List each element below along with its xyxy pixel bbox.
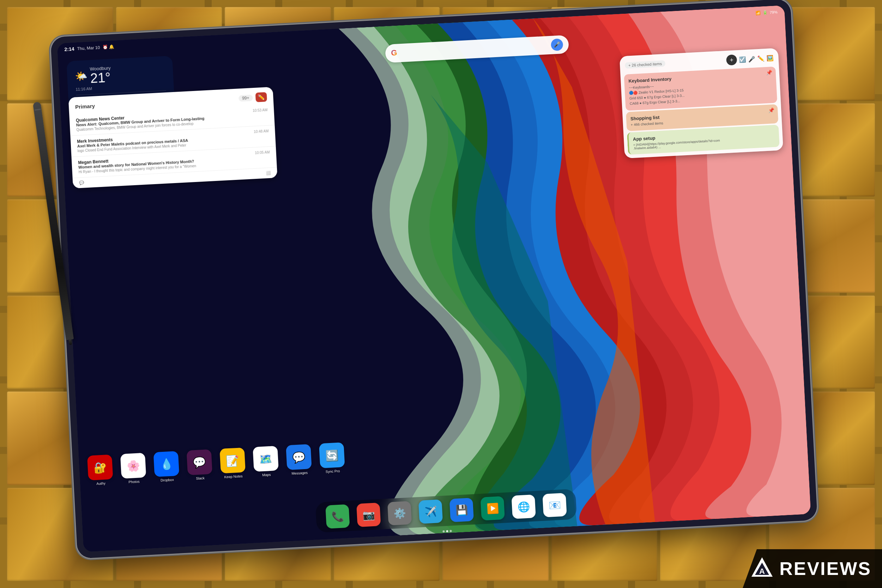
watermark-logo-triangle: A — [750, 555, 774, 582]
search-input[interactable] — [404, 45, 547, 52]
app-authy[interactable]: 🔐 Authy — [87, 454, 113, 486]
notes-add-button[interactable]: + — [726, 54, 737, 66]
notes-checkbox-icon[interactable]: ☑️ — [739, 56, 746, 63]
notes-draw-icon[interactable]: ✏️ — [757, 55, 765, 62]
slack-icon: 💬 — [187, 449, 213, 476]
app-play-store[interactable]: ▶️ — [480, 496, 505, 520]
authy-icon: 🔐 — [87, 454, 113, 480]
app-messages[interactable]: 💬 Messages — [286, 444, 312, 476]
battery-icon: 🔋 — [762, 10, 768, 15]
chrome-icon: 🌐 — [512, 495, 536, 519]
telegram-icon: ✈️ — [418, 500, 443, 524]
slack-label: Slack — [196, 476, 205, 480]
weather-temperature: 21° — [90, 70, 111, 85]
app-photos[interactable]: 🌸 Photos — [120, 453, 146, 484]
dropbox-icon: 💧 — [153, 451, 180, 477]
sync-pro-label: Sync Pro — [326, 469, 340, 474]
app-drive[interactable]: 💾 — [450, 498, 474, 522]
app-maps[interactable]: 🗺️ Maps — [253, 446, 279, 478]
email-badge: 99+ — [238, 94, 253, 102]
search-mic-button[interactable]: 🎤 — [551, 39, 563, 51]
app-keep-notes[interactable]: 📝 Keep Notes — [219, 448, 246, 479]
app-telegram[interactable]: ✈️ — [418, 500, 443, 524]
dropbox-label: Dropbox — [160, 478, 174, 482]
email-widget-label: Primary — [75, 103, 95, 110]
email-footer-icon: 💬 — [79, 181, 84, 186]
camera-icon: 📷 — [356, 502, 381, 527]
note-pin-keyboard: 📌 — [766, 69, 772, 75]
email-time-2: 10:48 AM — [254, 129, 269, 134]
settings-icon: ⚙️ — [387, 501, 412, 525]
status-left: 2:14 Thu, Mar 10 ⏰ 🔔 — [64, 44, 114, 52]
status-time: 2:14 — [64, 46, 75, 52]
messages-icon: 💬 — [286, 444, 312, 470]
app-slack[interactable]: 💬 Slack — [187, 449, 213, 481]
app-settings[interactable]: ⚙️ — [387, 501, 412, 525]
battery-level: 79% — [770, 10, 778, 15]
maps-label: Maps — [262, 472, 271, 477]
svg-text:A: A — [759, 567, 765, 576]
email-footer-action: ⬜ — [266, 171, 271, 176]
wifi-icon: 📶 — [755, 10, 760, 15]
note-card-keyboard[interactable]: 📌 Keyboard Inventory ~~Keyboards~~🔵🔴 Zea… — [624, 67, 777, 111]
tablet-body: 2:14 Thu, Mar 10 ⏰ 🔔 📶 🔋 79% G 🎤 — [51, 0, 818, 559]
maps-icon: 🗺️ — [253, 446, 279, 472]
photos-icon: 🌸 — [120, 453, 146, 479]
alarm-icon: ⏰ — [103, 45, 108, 50]
status-right: 📶 🔋 79% — [755, 10, 778, 15]
weather-cloud-icon: 🌤️ — [75, 70, 88, 82]
app-phone[interactable]: 📞 — [325, 504, 350, 529]
email-widget[interactable]: Primary 99+ ✏️ Qualcomm News Center 10:5… — [69, 87, 278, 188]
watermark-svg: A — [750, 555, 774, 580]
notes-checked-count: + 26 checked items — [625, 60, 666, 69]
google-logo: G — [391, 48, 401, 58]
drive-icon: 💾 — [450, 498, 474, 522]
notes-image-icon[interactable]: 🖼️ — [766, 54, 774, 62]
authy-label: Authy — [96, 482, 105, 486]
note-pin-shopping: 📌 — [768, 107, 774, 113]
play-store-icon: ▶️ — [480, 496, 505, 520]
app-dropbox[interactable]: 💧 Dropbox — [153, 451, 180, 483]
app-chrome[interactable]: 🌐 — [512, 495, 536, 519]
app-camera[interactable]: 📷 — [356, 502, 381, 527]
phone-icon: 📞 — [325, 504, 350, 529]
tablet-wrapper: 2:14 Thu, Mar 10 ⏰ 🔔 📶 🔋 79% G 🎤 — [51, 0, 818, 559]
watermark-text: REVIEWS — [779, 558, 872, 579]
app-sync-pro[interactable]: 🔄 Sync Pro — [319, 442, 345, 474]
photos-label: Photos — [128, 479, 140, 484]
status-date: Thu, Mar 10 — [77, 45, 100, 51]
email-time-3: 10:05 AM — [255, 150, 270, 155]
app-gmail[interactable]: 📧 — [542, 493, 567, 517]
sound-icon: 🔔 — [109, 45, 115, 50]
email-time-1: 10:53 AM — [253, 108, 268, 112]
tablet-screen: 2:14 Thu, Mar 10 ⏰ 🔔 📶 🔋 79% G 🎤 — [57, 5, 811, 552]
keep-notes-icon: 📝 — [219, 448, 246, 474]
sync-pro-icon: 🔄 — [319, 442, 345, 468]
gmail-icon: 📧 — [542, 493, 567, 517]
status-icons: ⏰ 🔔 — [103, 45, 115, 50]
notes-mic-icon[interactable]: 🎤 — [748, 56, 755, 62]
notes-widget[interactable]: + 26 checked items + ☑️ 🎤 ✏️ 🖼️ 📌 Keyboa… — [620, 48, 784, 158]
watermark: A REVIEWS — [742, 549, 882, 588]
email-compose-icon[interactable]: ✏️ — [255, 92, 267, 102]
